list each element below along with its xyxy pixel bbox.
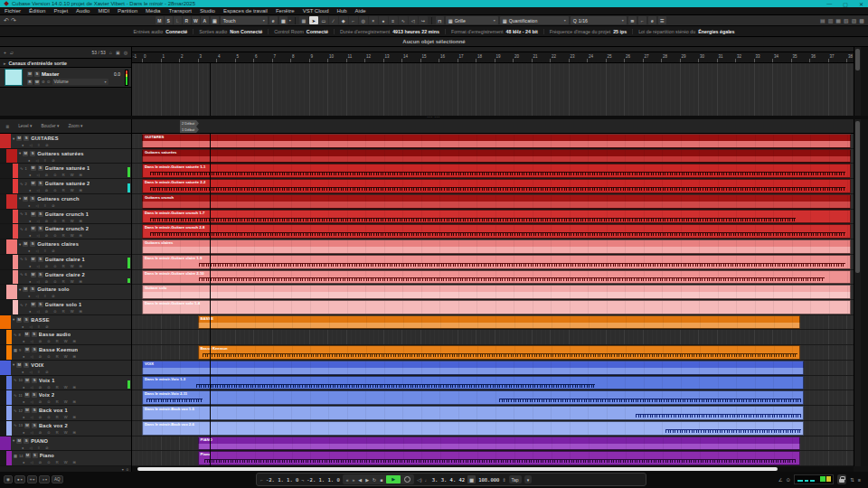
automation-r-button[interactable]: R bbox=[183, 16, 191, 24]
track-row-guitares-crunch[interactable]: ▾MSGuitares crunch● ◁ ≡ ⊘ bbox=[0, 194, 131, 210]
mute-button[interactable]: M bbox=[16, 317, 22, 323]
track-row-basse-audio[interactable]: ∿8MSBasse audio● ◁ ⊘ ⊙ R W ⊞ bbox=[0, 330, 131, 345]
master-solo-button[interactable]: S bbox=[34, 71, 40, 77]
folder-open-icon[interactable]: ▾ bbox=[13, 317, 14, 322]
scrollbar-thumb[interactable] bbox=[137, 467, 778, 471]
alignment-button[interactable]: ◑▾ bbox=[39, 475, 50, 483]
mute-button[interactable]: M bbox=[24, 378, 30, 383]
toolbar-extra-icon-2[interactable]: e bbox=[648, 16, 656, 24]
folder-filter-icon[interactable]: ▱ bbox=[10, 50, 14, 55]
solo-button[interactable]: S bbox=[24, 136, 29, 141]
mute-button[interactable]: M bbox=[24, 347, 30, 352]
left-locator-value[interactable]: -2. 1. 1. 0 bbox=[266, 477, 298, 483]
search-icon[interactable]: ◎ bbox=[124, 50, 127, 55]
track-row-basse-keemun[interactable]: ▦9MSBasse Keemun● ◁ ⊘ ⊙ R W ⊞ bbox=[0, 345, 131, 361]
snap-type-select[interactable]: ▦Grille▾ bbox=[446, 16, 498, 24]
track-row-guitare-crunch-1[interactable]: ∿3MSGuitare crunch 1● ◁ ⊘ ⊙ R W ⊞ bbox=[0, 210, 131, 225]
audio-event[interactable]: Dans le miroir-Guitare claire 1-9 bbox=[142, 255, 851, 269]
mute-tool-icon[interactable]: × bbox=[369, 16, 378, 24]
mute-button[interactable]: M bbox=[23, 151, 28, 156]
split-icon[interactable]: ∕ bbox=[329, 16, 338, 24]
maximize-button[interactable]: ▢ bbox=[843, 1, 848, 7]
track-row-guitare-crunch-2[interactable]: ∿4MSGuitare crunch 2● ◁ ⊘ ⊙ R W ⊞ bbox=[0, 224, 131, 239]
edit-channel-button[interactable]: e bbox=[269, 16, 278, 24]
automation-l-button[interactable]: L bbox=[174, 16, 182, 24]
solo-button[interactable]: S bbox=[30, 286, 35, 292]
mute-button[interactable]: M bbox=[23, 241, 28, 247]
solo-button[interactable]: S bbox=[38, 181, 43, 186]
list-dropdown-boucler[interactable]: Boucler ▾ bbox=[41, 124, 59, 128]
menu-item-fichier[interactable]: Fichier bbox=[5, 8, 21, 14]
folder-open-icon[interactable]: ▾ bbox=[13, 136, 14, 141]
add-track-icon[interactable]: + bbox=[4, 50, 6, 55]
inserts-icon[interactable]: ⊙ bbox=[47, 80, 51, 84]
automation-a-button[interactable]: A bbox=[201, 16, 209, 24]
range-selection-icon[interactable]: ▭ bbox=[319, 16, 328, 24]
folder-event[interactable]: VOIX bbox=[142, 361, 804, 375]
menu-item-vst-cloud[interactable]: VST Cloud bbox=[303, 8, 329, 14]
folder-event[interactable]: Guitares saturées bbox=[142, 149, 851, 164]
mute-button[interactable]: M bbox=[31, 211, 36, 217]
track-row-voix[interactable]: ▾MSVOIX● ◁ ≡ ⊘ bbox=[0, 361, 131, 376]
tempo-track-icon[interactable]: ▦ bbox=[467, 475, 476, 483]
mute-button[interactable]: M bbox=[31, 272, 36, 277]
track-row-back-vox-1[interactable]: ∿12MSBack vox 1● ◁ ⊘ ⊙ R W ⊞ bbox=[0, 406, 131, 421]
solo-button[interactable]: S bbox=[33, 453, 38, 458]
metronome-icon[interactable]: ♩ bbox=[425, 477, 429, 483]
mute-button[interactable]: M bbox=[31, 257, 36, 262]
folder-event[interactable]: BASSE bbox=[198, 315, 800, 330]
solo-button[interactable]: S bbox=[38, 272, 43, 277]
stop-button[interactable]: ■ bbox=[380, 477, 382, 483]
mute-button[interactable]: M bbox=[24, 332, 30, 337]
folder-event[interactable]: Guitare solo bbox=[142, 285, 851, 299]
window-zone-icon-2[interactable]: ▦ bbox=[835, 17, 841, 23]
automation-panel-icon[interactable]: ▣ bbox=[211, 16, 219, 24]
toolbar-extra-icon-3[interactable]: ☰ bbox=[658, 16, 666, 24]
track-row-guitare-claire-1[interactable]: ∿5MSGuitare claire 1● ◁ ⊘ ⊙ R W ⊞ bbox=[0, 255, 131, 270]
track-row-guitares[interactable]: ▾MSGUITARES● ◁ ≡ ⊘ bbox=[0, 134, 131, 149]
minimize-button[interactable]: — bbox=[826, 1, 832, 7]
solo-button[interactable]: S bbox=[38, 165, 43, 171]
play-button[interactable]: ▶ bbox=[386, 475, 401, 483]
undo-button[interactable]: ↶ bbox=[4, 17, 9, 24]
track-row-guitares-saturées[interactable]: ▾MSGuitares saturées● ◁ ≡ ⊘ bbox=[0, 149, 131, 164]
folder-event[interactable]: PIANO bbox=[198, 436, 800, 451]
tap-tempo-button[interactable]: Tap bbox=[509, 475, 522, 483]
track-row-guitare-saturée-2[interactable]: ∿2MSGuitare saturée 2● ◁ ⊘ ⊙ R W ⊞ bbox=[0, 179, 131, 194]
forward-button[interactable]: ▶ bbox=[365, 477, 369, 483]
audio-event[interactable]: Dans le miroir-Back vox 2-6 bbox=[142, 421, 804, 436]
play-tool-icon[interactable]: ◁ bbox=[409, 16, 418, 24]
mute-button[interactable]: M bbox=[24, 408, 30, 413]
audio-event[interactable]: Dans le miroir-Guitare crunch 2-8 bbox=[142, 224, 851, 239]
solo-button[interactable]: S bbox=[32, 332, 37, 337]
solo-button[interactable]: S bbox=[32, 378, 37, 383]
redo-button[interactable]: ↷ bbox=[11, 17, 16, 24]
warp-icon[interactable]: ∿ bbox=[399, 16, 408, 24]
cycle-marker-flag[interactable]: 1 Début bbox=[180, 127, 199, 133]
home-icon[interactable]: ⌂ bbox=[109, 50, 112, 55]
list-settings-icon[interactable]: ≣ bbox=[5, 124, 9, 129]
list-icon[interactable]: ≡ bbox=[858, 477, 861, 483]
menu-item-projet[interactable]: Projet bbox=[53, 8, 68, 14]
toolbar-extra-icon-0[interactable]: ≋ bbox=[628, 16, 637, 24]
solo-button[interactable]: S bbox=[32, 392, 37, 398]
zoom-caret-icon[interactable]: ▾ bbox=[122, 467, 124, 472]
window-zone-icon-0[interactable]: ▤ bbox=[820, 17, 826, 23]
tempo-stepper[interactable]: ⇕ bbox=[502, 477, 505, 483]
solo-button[interactable]: S bbox=[30, 196, 35, 202]
draw-icon[interactable]: ● bbox=[379, 16, 388, 24]
mute-button[interactable]: M bbox=[31, 302, 36, 307]
erase-icon[interactable]: ⌐ bbox=[349, 16, 358, 24]
mute-button[interactable]: M bbox=[23, 196, 28, 202]
audio-event[interactable]: Dans le miroir-Voix 2-11 bbox=[142, 390, 804, 405]
menu-item-aide[interactable]: Aide bbox=[355, 8, 366, 14]
click-icon[interactable]: ◁) bbox=[417, 477, 422, 483]
snap-toggle[interactable]: ⊓ bbox=[436, 16, 444, 24]
settings-icon[interactable]: ⊙ bbox=[787, 477, 791, 483]
audio-event[interactable]: Dans le miroir-Guitare crunch 1-7 bbox=[142, 210, 851, 224]
position-display[interactable]: 3. 3. 4. 42 bbox=[432, 477, 465, 483]
mute-button[interactable]: M bbox=[31, 165, 36, 171]
zone-icon[interactable]: ▣ bbox=[116, 50, 120, 55]
audio-event[interactable]: Dans le miroir-Guitare saturée 1-1 bbox=[142, 164, 851, 178]
toolbar-extra-icon-1[interactable]: ⌐ bbox=[638, 16, 646, 24]
